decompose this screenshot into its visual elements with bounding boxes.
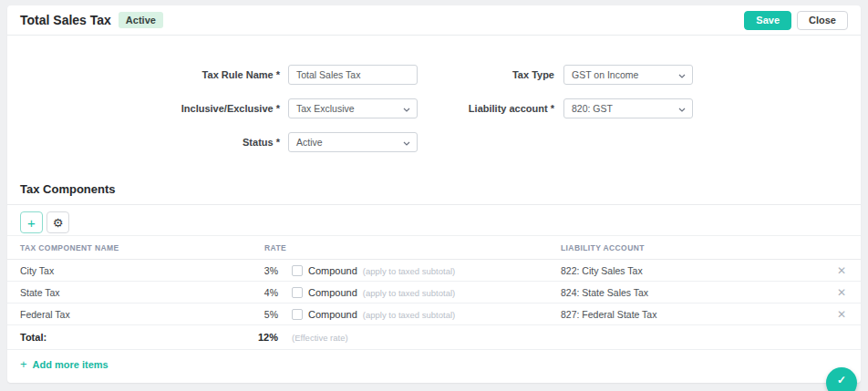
table-row: City Tax 3% Compound (apply to taxed sub… <box>7 260 861 282</box>
liability-account-select[interactable]: 820: GST <box>563 98 693 118</box>
liability-account-label: Liability account * <box>281 98 554 118</box>
compound-cell: Compound (apply to taxed subtotal) <box>292 260 455 282</box>
compound-hint: (apply to taxed subtotal) <box>363 310 455 320</box>
plus-icon: + <box>20 357 27 371</box>
component-name: Federal Tax <box>20 304 70 325</box>
compound-checkbox[interactable] <box>292 265 303 276</box>
compound-label: Compound <box>308 309 357 320</box>
total-rate: 12% <box>217 325 278 350</box>
remove-row-icon[interactable]: ✕ <box>833 260 850 282</box>
component-liability: 827: Federal State Tax <box>561 304 656 325</box>
tax-rule-card: Total Sales Tax Active Save Close Tax Ru… <box>7 5 861 383</box>
tax-type-value: GST on Income <box>572 69 638 80</box>
compound-label: Compound <box>308 265 357 276</box>
status-value: Active <box>296 137 323 148</box>
status-badge: Active <box>119 12 163 28</box>
col-header-rate: RATE <box>264 243 286 252</box>
inclusive-exclusive-label: Inclusive/Exclusive * <box>7 98 280 118</box>
col-header-name: TAX COMPONENT NAME <box>20 243 119 252</box>
total-label: Total: <box>20 325 46 350</box>
compound-checkbox[interactable] <box>292 287 303 298</box>
compound-checkbox[interactable] <box>292 309 303 320</box>
confirm-fab-button[interactable]: ✓ <box>826 367 857 391</box>
component-liability: 824: State Sales Tax <box>561 282 648 304</box>
table-header: TAX COMPONENT NAME RATE LIABILITY ACCOUN… <box>7 235 861 260</box>
total-row: Total: 12% (Effective rate) <box>7 325 861 350</box>
settings-button[interactable]: ⚙ <box>46 211 69 233</box>
status-select[interactable]: Active <box>288 132 418 152</box>
add-more-items-link[interactable]: + Add more items <box>20 357 108 371</box>
add-more-items-label: Add more items <box>33 359 108 370</box>
effective-rate-note: (Effective rate) <box>292 325 348 350</box>
compound-label: Compound <box>308 287 357 298</box>
divider <box>7 204 861 205</box>
add-component-button[interactable]: + <box>20 211 43 233</box>
save-button[interactable]: Save <box>744 11 791 30</box>
component-rate: 3% <box>217 260 278 282</box>
component-rate: 5% <box>217 304 278 325</box>
component-rate: 4% <box>217 282 278 304</box>
col-header-liability: LIABILITY ACCOUNT <box>561 243 645 252</box>
tax-components-heading: Tax Components <box>20 182 116 196</box>
liability-account-value: 820: GST <box>572 103 613 114</box>
plus-icon: + <box>27 215 36 231</box>
tax-type-label: Tax Type <box>281 65 554 85</box>
component-liability: 822: City Sales Tax <box>561 260 643 282</box>
remove-row-icon[interactable]: ✕ <box>833 282 850 304</box>
check-icon: ✓ <box>837 374 846 386</box>
close-button[interactable]: Close <box>797 11 848 30</box>
chevron-down-icon <box>678 74 686 78</box>
gear-icon: ⚙ <box>53 216 64 230</box>
component-name: City Tax <box>20 260 54 282</box>
status-label: Status * <box>7 132 280 152</box>
header-actions: Save Close <box>744 11 848 30</box>
tax-rule-name-label: Tax Rule Name * <box>7 65 280 85</box>
remove-row-icon[interactable]: ✕ <box>833 304 850 325</box>
compound-cell: Compound (apply to taxed subtotal) <box>292 282 455 304</box>
card-header: Total Sales Tax Active Save Close <box>7 5 861 36</box>
chevron-down-icon <box>678 108 686 112</box>
compound-hint: (apply to taxed subtotal) <box>363 288 455 298</box>
table-row: State Tax 4% Compound (apply to taxed su… <box>7 282 861 304</box>
chevron-down-icon <box>403 141 410 146</box>
page-title: Total Sales Tax <box>20 13 111 27</box>
table-row: Federal Tax 5% Compound (apply to taxed … <box>7 304 861 325</box>
tax-type-select[interactable]: GST on Income <box>563 65 693 85</box>
compound-hint: (apply to taxed subtotal) <box>363 266 455 276</box>
compound-cell: Compound (apply to taxed subtotal) <box>292 304 455 325</box>
component-name: State Tax <box>20 282 60 304</box>
